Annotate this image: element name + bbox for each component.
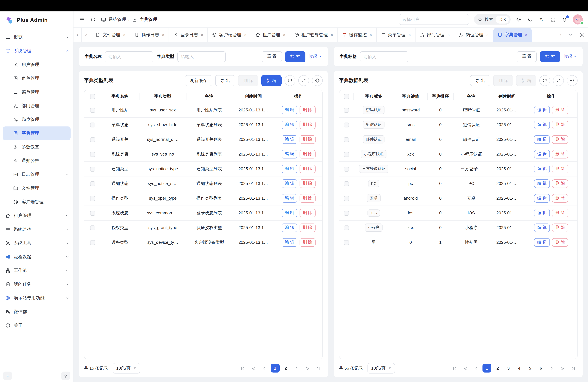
delete-button[interactable]: 删 除 bbox=[552, 106, 568, 114]
sidebar-item-13[interactable]: 客户端管理 bbox=[0, 195, 73, 209]
row-checkbox[interactable] bbox=[344, 225, 349, 230]
sidebar-item-10[interactable]: 通知公告 bbox=[0, 154, 73, 168]
prev-page-button[interactable] bbox=[260, 364, 269, 373]
delete-button[interactable]: 删 除 bbox=[299, 120, 315, 129]
pin-sidebar-button[interactable] bbox=[62, 371, 70, 380]
delete-button[interactable]: 删 除 bbox=[299, 150, 315, 158]
edit-button[interactable]: 编 辑 bbox=[281, 223, 297, 232]
edit-button[interactable]: 编 辑 bbox=[534, 238, 550, 247]
row-checkbox[interactable] bbox=[90, 225, 95, 230]
close-tab-icon[interactable]: × bbox=[486, 33, 488, 37]
first-page-button[interactable] bbox=[238, 364, 247, 373]
sidebar-item-14[interactable]: 租户管理 bbox=[0, 209, 73, 223]
edit-button[interactable]: 编 辑 bbox=[534, 209, 550, 217]
sidebar-item-5[interactable]: 菜单管理 bbox=[0, 85, 73, 99]
next-block-button[interactable] bbox=[303, 364, 312, 373]
edit-button[interactable]: 编 辑 bbox=[534, 120, 550, 129]
delete-button[interactable]: 删 除 bbox=[299, 165, 315, 173]
tab-9[interactable]: 部门管理× bbox=[415, 28, 454, 42]
page-number-button[interactable]: 1 bbox=[271, 364, 279, 373]
edit-button[interactable]: 编 辑 bbox=[534, 106, 550, 114]
tenant-select-input[interactable] bbox=[399, 14, 469, 25]
next-block-button[interactable] bbox=[558, 364, 567, 373]
row-checkbox[interactable] bbox=[344, 108, 349, 113]
prev-block-button[interactable] bbox=[461, 364, 470, 373]
sidebar-item-20[interactable]: 演示站专用功能 bbox=[0, 291, 73, 305]
refresh-icon[interactable] bbox=[90, 16, 96, 23]
dark-mode-moon-icon[interactable] bbox=[527, 16, 533, 23]
sidebar-item-18[interactable]: 工作流 bbox=[0, 264, 73, 277]
collapse-sidebar-button[interactable]: « bbox=[3, 371, 12, 380]
edit-button[interactable]: 编 辑 bbox=[281, 238, 297, 247]
edit-button[interactable]: 编 辑 bbox=[534, 194, 550, 202]
delete-button[interactable]: 删 除 bbox=[299, 194, 315, 202]
row-checkbox[interactable] bbox=[90, 137, 95, 142]
tab-6[interactable]: 租户套餐管理× bbox=[290, 28, 338, 42]
toolbar-button[interactable]: 删 除 bbox=[238, 75, 258, 86]
delete-button[interactable]: 删 除 bbox=[299, 238, 315, 247]
select-all-checkbox[interactable] bbox=[344, 94, 349, 99]
sidebar-item-7[interactable]: 岗位管理 bbox=[0, 113, 73, 127]
page-size-select[interactable]: 10条/页▼ bbox=[368, 363, 395, 373]
first-page-button[interactable] bbox=[450, 364, 459, 373]
delete-button[interactable]: 删 除 bbox=[552, 209, 568, 217]
next-page-button[interactable] bbox=[292, 364, 301, 373]
delete-button[interactable]: 删 除 bbox=[299, 209, 315, 217]
last-page-button[interactable] bbox=[314, 364, 323, 373]
edit-button[interactable]: 编 辑 bbox=[534, 135, 550, 144]
row-checkbox[interactable] bbox=[90, 108, 95, 113]
tab-8[interactable]: 菜单管理× bbox=[377, 28, 415, 42]
toolbar-button[interactable]: 导 出 bbox=[215, 75, 235, 86]
row-checkbox[interactable] bbox=[90, 240, 95, 245]
sidebar-item-8[interactable]: 字典管理 bbox=[3, 127, 71, 140]
edit-button[interactable]: 编 辑 bbox=[281, 209, 297, 217]
page-size-select[interactable]: 10条/页▼ bbox=[113, 363, 140, 373]
close-tab-icon[interactable]: × bbox=[123, 33, 126, 37]
sidebar-item-3[interactable]: 用户管理 bbox=[0, 58, 73, 72]
close-tab-icon[interactable]: × bbox=[162, 33, 164, 37]
toolbar-button[interactable]: 新 增 bbox=[261, 75, 281, 86]
delete-button[interactable]: 删 除 bbox=[299, 179, 315, 188]
fullscreen-icon[interactable] bbox=[550, 16, 556, 23]
sidebar-item-4[interactable]: 角色管理 bbox=[0, 72, 73, 85]
row-checkbox[interactable] bbox=[90, 122, 95, 127]
refresh-table-button[interactable] bbox=[539, 75, 550, 86]
delete-button[interactable]: 删 除 bbox=[552, 179, 568, 188]
sidebar-item-22[interactable]: 关于 bbox=[0, 318, 73, 332]
row-checkbox[interactable] bbox=[344, 167, 349, 171]
prev-page-button[interactable] bbox=[472, 364, 481, 373]
edit-button[interactable]: 编 辑 bbox=[534, 150, 550, 158]
delete-button[interactable]: 删 除 bbox=[552, 238, 568, 247]
delete-button[interactable]: 删 除 bbox=[552, 120, 568, 129]
expand-table-button[interactable] bbox=[553, 75, 564, 86]
sidebar-item-12[interactable]: 文件管理 bbox=[0, 181, 73, 195]
partial-tab-close-icon[interactable]: × bbox=[82, 28, 91, 42]
sidebar-item-19[interactable]: 我的任务 bbox=[0, 277, 73, 291]
close-tab-icon[interactable]: × bbox=[244, 33, 247, 37]
search-button[interactable]: 搜 索 bbox=[540, 51, 560, 62]
edit-button[interactable]: 编 辑 bbox=[281, 106, 297, 114]
edit-button[interactable]: 编 辑 bbox=[281, 135, 297, 144]
page-number-button[interactable]: 2 bbox=[281, 364, 290, 373]
delete-button[interactable]: 删 除 bbox=[552, 150, 568, 158]
select-all-checkbox[interactable] bbox=[90, 94, 95, 99]
tabs-scroll-left-button[interactable]: ‹ bbox=[74, 28, 82, 42]
row-checkbox[interactable] bbox=[344, 137, 349, 142]
tab-11[interactable]: 字典管理× bbox=[493, 28, 532, 42]
edit-button[interactable]: 编 辑 bbox=[534, 223, 550, 232]
delete-button[interactable]: 删 除 bbox=[299, 223, 315, 232]
tabs-scroll-right-button[interactable]: › bbox=[557, 28, 565, 42]
edit-button[interactable]: 编 辑 bbox=[281, 120, 297, 129]
tab-2[interactable]: 操作日志× bbox=[130, 28, 169, 42]
delete-button[interactable]: 删 除 bbox=[552, 135, 568, 144]
sidebar-item-6[interactable]: 部门管理 bbox=[0, 99, 73, 113]
edit-button[interactable]: 编 辑 bbox=[534, 165, 550, 173]
row-checkbox[interactable] bbox=[344, 152, 349, 157]
delete-button[interactable]: 删 除 bbox=[552, 165, 568, 173]
tab-5[interactable]: 租户管理× bbox=[251, 28, 290, 42]
reset-button[interactable]: 重 置 bbox=[517, 51, 537, 62]
edit-button[interactable]: 编 辑 bbox=[281, 179, 297, 188]
toolbar-button[interactable]: 刷新缓存 bbox=[185, 75, 212, 86]
sidebar-item-9[interactable]: 参数设置 bbox=[0, 140, 73, 154]
tab-1[interactable]: 文件管理× bbox=[91, 28, 130, 42]
